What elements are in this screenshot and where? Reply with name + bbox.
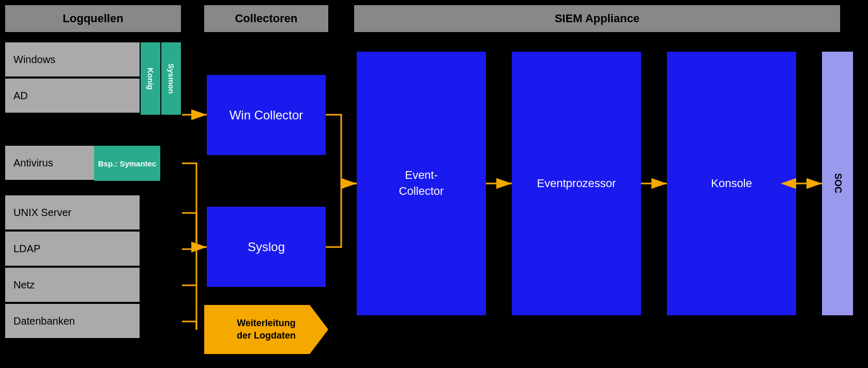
- tag-sysmon: Sysmon: [161, 42, 181, 115]
- header-collectoren: Collectoren: [204, 5, 328, 32]
- win-collector-box: Win Collector: [207, 75, 326, 155]
- tag-bsp-symantec: Bsp.: Symantec: [94, 146, 160, 181]
- logsource-unix: UNIX Server: [5, 195, 140, 231]
- tag-konig: Konig: [141, 42, 160, 115]
- logsource-ad: AD: [5, 79, 140, 114]
- event-collector-box: Event- Collector: [357, 52, 486, 315]
- weiterleitung-box: Weiterleitung der Logdaten: [204, 305, 328, 354]
- logsource-ldap: LDAP: [5, 232, 140, 267]
- eventprozessor-box: Eventprozessor: [512, 52, 641, 315]
- header-logquellen: Logquellen: [5, 5, 181, 32]
- logsource-datenbanken: Datenbanken: [5, 304, 140, 339]
- syslog-box: Syslog: [207, 207, 326, 287]
- logsource-netz: Netz: [5, 268, 140, 303]
- logsource-windows: Windows: [5, 42, 140, 78]
- diagram: Logquellen Collectoren SIEM Appliance Wi…: [0, 0, 868, 368]
- soc-box: SOC: [822, 52, 853, 315]
- konsole-box: Konsole: [667, 52, 796, 315]
- header-siem: SIEM Appliance: [354, 5, 840, 32]
